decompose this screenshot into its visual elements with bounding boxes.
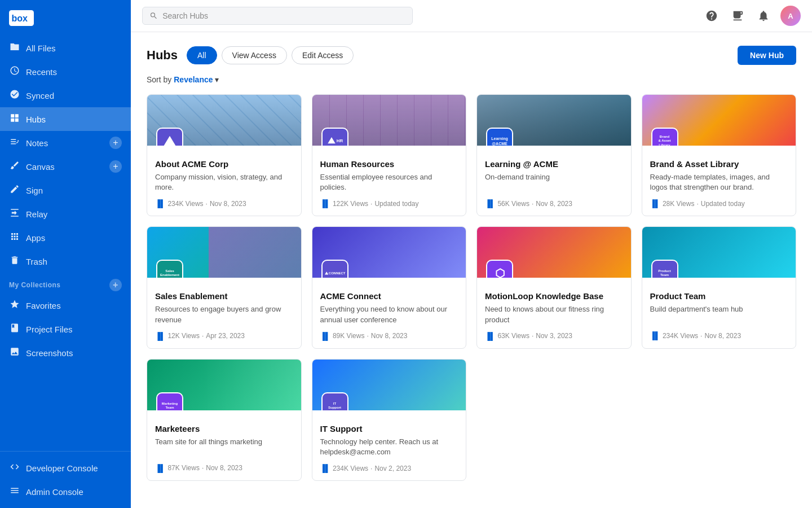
filter-tab-all[interactable]: All	[187, 46, 217, 64]
help-button[interactable]	[703, 7, 721, 25]
page-title: Hubs	[147, 48, 178, 63]
sidebar-item-admin-console[interactable]: Admin Console	[0, 480, 131, 503]
hub-banner-brand: Brand& AssetLibrary	[642, 95, 796, 146]
sidebar-item-project-files[interactable]: Project Files	[0, 317, 131, 341]
sidebar-label-trash: Trash	[26, 257, 47, 266]
hub-card-marketeers[interactable]: MarketingTeam Marketeers Team site for a…	[147, 359, 302, 481]
header-actions: A	[703, 6, 801, 26]
new-hub-button[interactable]: New Hub	[738, 46, 796, 65]
sidebar-item-all-files[interactable]: All Files	[0, 36, 131, 60]
sidebar-item-canvas[interactable]: Canvas +	[0, 155, 131, 178]
sort-value[interactable]: Revelance	[174, 75, 213, 84]
hub-card-human-resources[interactable]: HR Human Resources Essential employee re…	[312, 94, 467, 216]
hub-card-learning[interactable]: Learning@ACME Learning @ ACME On-demand …	[476, 94, 632, 216]
hub-banner-about-acme	[147, 95, 301, 146]
help-icon	[705, 10, 718, 22]
sidebar-label-relay: Relay	[26, 209, 47, 219]
search-bar[interactable]	[142, 7, 413, 25]
hub-date-brand: Updated today	[701, 200, 745, 208]
sidebar-item-apps[interactable]: Apps	[0, 226, 131, 249]
tasks-button[interactable]	[729, 7, 747, 25]
hub-card-sales[interactable]: SalesEnablement Sales Enablement Resourc…	[147, 226, 302, 348]
collections-section: My Collections +	[0, 273, 131, 294]
sidebar-label-hubs: Hubs	[26, 115, 46, 124]
image-icon	[9, 347, 20, 359]
hub-title-motionloop: MotionLoop Knowledge Base	[485, 291, 623, 301]
hub-icon-product-team: ProductTeam	[651, 260, 678, 278]
canvas-add-button[interactable]: +	[109, 160, 122, 173]
hub-body-sales: Sales Enablement Resources to engage buy…	[147, 278, 301, 348]
filter-tab-edit-access[interactable]: Edit Access	[292, 46, 354, 64]
sidebar: box All Files Recents Synced	[0, 0, 131, 508]
hub-icon-motionloop: ⬡	[486, 260, 513, 278]
folder-icon	[9, 42, 20, 54]
hub-icon-sales: SalesEnablement	[156, 260, 183, 278]
hub-desc-about-acme: Company mission, vision, strategy, and m…	[155, 172, 293, 192]
views-icon-marketeers: ▐▌	[155, 464, 165, 472]
hub-meta-learning: ▐▌ 56K Views · Nov 8, 2023	[485, 199, 623, 208]
sidebar-item-sign[interactable]: Sign	[0, 178, 131, 202]
hub-card-product-team[interactable]: ProductTeam Product Team Build departmen…	[642, 226, 797, 348]
hub-views-hr: 122K Views	[333, 200, 368, 208]
hub-desc-marketeers: Team site for all things marketing	[155, 437, 293, 457]
relay-icon	[9, 208, 20, 220]
sidebar-item-notes[interactable]: Notes +	[0, 131, 131, 155]
hub-views-connect: 89K Views	[333, 332, 364, 340]
sidebar-item-synced[interactable]: Synced	[0, 84, 131, 107]
hub-meta-product-team: ▐▌ 234K Views · Nov 8, 2023	[650, 331, 788, 340]
hub-card-motionloop[interactable]: ⬡ MotionLoop Knowledge Base Need to know…	[476, 226, 632, 348]
sidebar-item-developer-console[interactable]: Developer Console	[0, 456, 131, 480]
sidebar-nav: All Files Recents Synced Hubs	[0, 34, 131, 451]
sidebar-label-recents: Recents	[26, 67, 57, 77]
hub-icon-connect: CONNECT	[321, 260, 348, 278]
hub-icon-marketeers: MarketingTeam	[156, 392, 183, 410]
hub-body-brand: Brand & Asset Library Ready-made templat…	[642, 146, 796, 216]
filter-tab-view-access[interactable]: View Access	[222, 46, 287, 64]
hub-date-learning: Nov 8, 2023	[536, 200, 572, 208]
hub-banner-sales: SalesEnablement	[147, 227, 301, 278]
hub-meta-about-acme: ▐▌ 234K Views · Nov 8, 2023	[155, 199, 293, 208]
book-icon	[9, 323, 20, 335]
hub-views-product-team: 234K Views	[663, 332, 698, 340]
sidebar-item-hubs[interactable]: Hubs	[0, 107, 131, 131]
admin-console-icon	[9, 485, 20, 498]
hub-card-about-acme[interactable]: About ACME Corp Company mission, vision,…	[147, 94, 302, 216]
filter-tabs: All View Access Edit Access	[187, 46, 354, 64]
hub-icon-it-support: ITSupport	[321, 392, 348, 410]
sidebar-item-screenshots[interactable]: Screenshots	[0, 341, 131, 365]
app-logo[interactable]: box	[0, 0, 131, 34]
hub-date-about-acme: Nov 8, 2023	[210, 200, 246, 208]
sidebar-item-recents[interactable]: Recents	[0, 60, 131, 84]
hub-meta-human-resources: ▐▌ 122K Views · Updated today	[320, 199, 458, 208]
sidebar-label-admin-console: Admin Console	[26, 487, 83, 497]
hub-card-connect[interactable]: CONNECT ACME Connect Everything you need…	[312, 226, 467, 348]
bell-icon	[757, 10, 770, 22]
hub-card-it-support[interactable]: ITSupport IT Support Technology help cen…	[312, 359, 467, 481]
apps-icon	[9, 231, 20, 244]
views-icon-learning: ▐▌	[485, 199, 495, 208]
tasks-icon	[731, 10, 744, 22]
hub-body-human-resources: Human Resources Essential employee resou…	[312, 146, 466, 216]
views-icon-motionloop: ▐▌	[485, 332, 495, 340]
hub-title-human-resources: Human Resources	[320, 159, 458, 169]
avatar-initials: A	[788, 12, 793, 20]
collections-add-button[interactable]: +	[109, 279, 122, 291]
hub-meta-marketeers: ▐▌ 87K Views · Nov 8, 2023	[155, 464, 293, 472]
hub-body-marketeers: Marketeers Team site for all things mark…	[147, 410, 301, 480]
search-icon	[149, 11, 158, 20]
sidebar-label-screenshots: Screenshots	[26, 348, 73, 358]
notifications-button[interactable]	[754, 7, 773, 25]
sidebar-item-relay[interactable]: Relay	[0, 202, 131, 226]
sidebar-item-favorites[interactable]: Favorites	[0, 294, 131, 317]
hub-banner-motionloop: ⬡	[477, 227, 631, 278]
avatar[interactable]: A	[780, 6, 801, 26]
hub-card-brand[interactable]: Brand& AssetLibrary Brand & Asset Librar…	[642, 94, 797, 216]
hub-meta-connect: ▐▌ 89K Views · Nov 8, 2023	[320, 332, 458, 340]
search-input[interactable]	[162, 11, 405, 20]
notes-add-button[interactable]: +	[109, 137, 122, 149]
sidebar-item-trash[interactable]: Trash	[0, 249, 131, 273]
hub-views-sales: 12K Views	[167, 332, 199, 340]
hub-views-motionloop: 63K Views	[497, 332, 529, 340]
hub-banner-human-resources: HR	[312, 95, 466, 146]
hub-date-sales: Apr 23, 2023	[206, 332, 245, 340]
